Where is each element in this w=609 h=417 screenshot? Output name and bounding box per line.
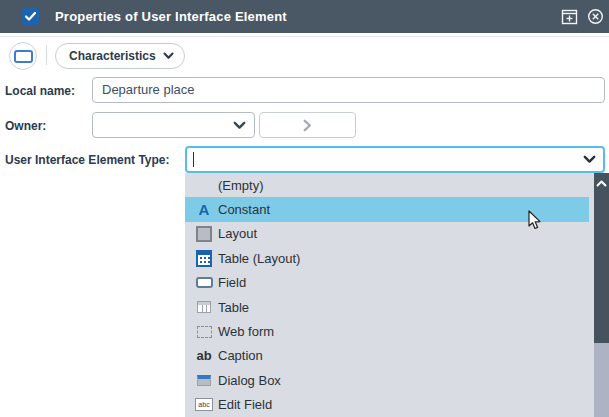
owner-navigate-button[interactable]	[259, 112, 356, 138]
web-form-icon	[195, 323, 213, 340]
characteristics-label: Characteristics	[69, 49, 156, 63]
element-type-button[interactable]	[9, 42, 37, 70]
chevron-down-icon	[163, 52, 174, 60]
edit-field-icon: abc	[195, 396, 213, 413]
checked-element-icon	[22, 8, 39, 25]
list-item-dialog-box[interactable]: Dialog Box	[185, 368, 589, 392]
close-icon[interactable]	[585, 7, 605, 27]
list-item-table[interactable]: Table	[185, 295, 589, 319]
dialog-title: Properties of User Interface Element	[55, 9, 559, 24]
list-item-web-form[interactable]: Web form	[185, 319, 589, 343]
no-icon	[195, 177, 213, 194]
popout-window-icon[interactable]	[559, 7, 579, 27]
list-item-field[interactable]: Field	[185, 271, 589, 295]
scroll-up-icon[interactable]	[594, 176, 609, 190]
dialog-box-icon	[195, 372, 213, 389]
constant-icon: A	[195, 201, 213, 218]
list-item-caption[interactable]: ab Caption	[185, 344, 589, 368]
chevron-down-icon	[583, 155, 596, 164]
list-item-empty[interactable]: (Empty)	[185, 173, 589, 197]
chevron-right-icon	[303, 119, 312, 132]
caption-icon: ab	[195, 347, 213, 364]
local-name-input[interactable]: Departure place	[92, 77, 605, 103]
table-layout-icon	[195, 250, 213, 267]
list-item-layout[interactable]: Layout	[185, 222, 589, 246]
field-icon	[195, 274, 213, 291]
layout-icon	[195, 225, 213, 242]
table-icon	[195, 299, 213, 316]
titlebar-divider	[0, 36, 609, 37]
uie-type-dropdown-list: (Empty) A Constant Layout Table (Layout)…	[185, 173, 609, 417]
field-element-icon	[14, 50, 33, 63]
dropdown-scrollbar[interactable]	[594, 173, 609, 417]
toolbar-divider	[46, 45, 47, 65]
dialog-titlebar: Properties of User Interface Element	[0, 0, 609, 33]
text-caret	[193, 152, 194, 167]
characteristics-dropdown-button[interactable]: Characteristics	[55, 43, 185, 69]
owner-select[interactable]	[92, 112, 255, 138]
list-item-constant[interactable]: A Constant	[185, 197, 589, 221]
list-item-table-layout[interactable]: Table (Layout)	[185, 246, 589, 270]
list-item-edit-field[interactable]: abc Edit Field	[185, 393, 589, 417]
uie-type-label: User Interface Element Type:	[5, 153, 170, 167]
chevron-down-icon	[233, 121, 246, 130]
local-name-label: Local name:	[5, 84, 75, 98]
scrollbar-thumb[interactable]	[594, 173, 609, 343]
uie-type-combobox[interactable]	[185, 146, 605, 173]
owner-label: Owner:	[5, 119, 46, 133]
